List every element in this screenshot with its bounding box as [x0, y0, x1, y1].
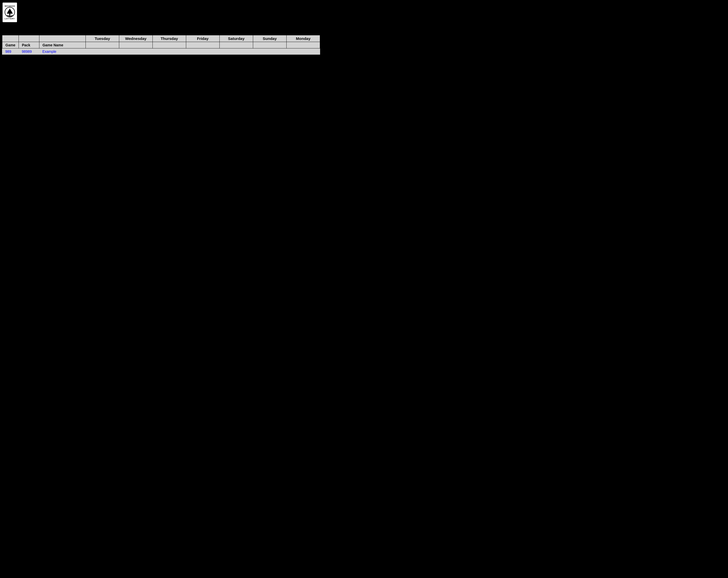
logo-lottery-text: LOTTERY	[5, 18, 15, 20]
cell-tue	[85, 48, 119, 55]
pack-link[interactable]: 98989	[22, 49, 32, 54]
main-content: Tuesday Wednesday Thursday Friday Saturd…	[0, 35, 728, 55]
col-header-tue-empty	[85, 42, 119, 48]
header-friday: Friday	[186, 35, 219, 42]
logo-area: MICHIGAN LOTTERY	[0, 0, 728, 25]
logo-circle	[5, 7, 15, 17]
empty-header-3	[39, 35, 85, 42]
cell-game[interactable]: 989	[2, 48, 19, 55]
schedule-table: Tuesday Wednesday Thursday Friday Saturd…	[2, 35, 320, 55]
col-header-thu-empty	[152, 42, 186, 48]
header-monday: Monday	[286, 35, 320, 42]
cell-fri	[186, 48, 219, 55]
cell-wed	[119, 48, 152, 55]
header-wednesday: Wednesday	[119, 35, 152, 42]
cell-mon	[286, 48, 320, 55]
header-thursday: Thursday	[152, 35, 186, 42]
col-header-mon-empty	[286, 42, 320, 48]
logo-tree-svg	[5, 7, 15, 17]
day-header-row: Tuesday Wednesday Thursday Friday Saturd…	[2, 35, 320, 42]
empty-header-2	[19, 35, 39, 42]
header-saturday: Saturday	[219, 35, 253, 42]
col-header-gamename: Game Name	[39, 42, 85, 48]
cell-thu	[152, 48, 186, 55]
svg-rect-0	[9, 14, 10, 16]
logo-michigan-text: MICHIGAN	[5, 5, 15, 7]
cell-sun	[253, 48, 286, 55]
table-row: 989 98989 Example	[2, 48, 320, 55]
cell-pack[interactable]: 98989	[19, 48, 39, 55]
michigan-lottery-logo: MICHIGAN LOTTERY	[2, 2, 18, 23]
col-header-wed-empty	[119, 42, 152, 48]
col-header-game: Game	[2, 42, 19, 48]
header-sunday: Sunday	[253, 35, 286, 42]
header-tuesday: Tuesday	[85, 35, 119, 42]
column-header-row: Game Pack Game Name	[2, 42, 320, 48]
col-header-fri-empty	[186, 42, 219, 48]
svg-marker-2	[7, 10, 13, 14]
cell-gamename[interactable]: Example	[39, 48, 85, 55]
col-header-sun-empty	[253, 42, 286, 48]
game-link[interactable]: 989	[5, 49, 11, 54]
col-header-pack: Pack	[19, 42, 39, 48]
gamename-link[interactable]: Example	[42, 49, 56, 54]
col-header-sat-empty	[219, 42, 253, 48]
empty-header-1	[2, 35, 19, 42]
cell-sat	[219, 48, 253, 55]
